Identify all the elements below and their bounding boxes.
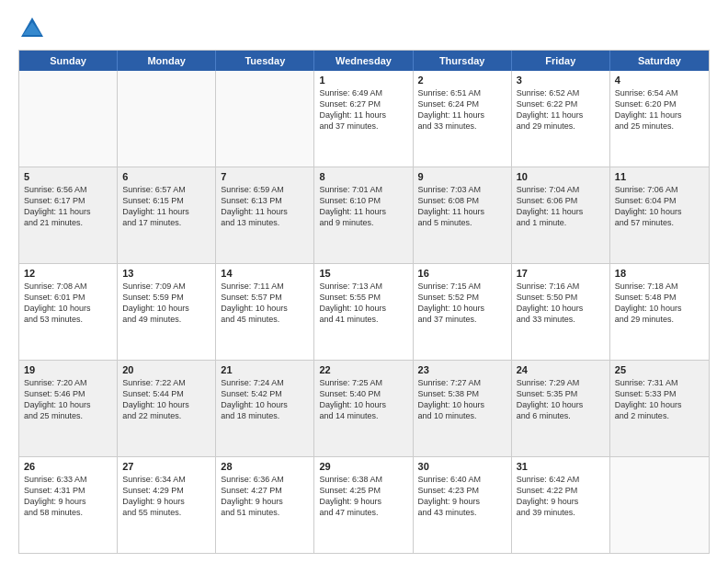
day-number: 7	[221, 171, 309, 182]
day-info: Sunrise: 6:38 AM Sunset: 4:25 PM Dayligh…	[319, 474, 407, 519]
table-row: 31Sunrise: 6:42 AM Sunset: 4:22 PM Dayli…	[512, 457, 610, 553]
day-info: Sunrise: 7:29 AM Sunset: 5:35 PM Dayligh…	[517, 377, 605, 422]
day-info: Sunrise: 7:27 AM Sunset: 5:38 PM Dayligh…	[418, 377, 506, 422]
day-info: Sunrise: 7:13 AM Sunset: 5:55 PM Dayligh…	[319, 281, 407, 326]
table-row: 17Sunrise: 7:16 AM Sunset: 5:50 PM Dayli…	[512, 264, 610, 360]
day-info: Sunrise: 6:51 AM Sunset: 6:24 PM Dayligh…	[418, 87, 506, 132]
table-row: 10Sunrise: 7:04 AM Sunset: 6:06 PM Dayli…	[512, 167, 610, 263]
day-number: 18	[615, 268, 704, 279]
day-number: 24	[517, 364, 605, 375]
table-row: 9Sunrise: 7:03 AM Sunset: 6:08 PM Daylig…	[414, 167, 512, 263]
week-row-5: 26Sunrise: 6:33 AM Sunset: 4:31 PM Dayli…	[19, 457, 709, 553]
day-number: 1	[319, 75, 407, 86]
logo	[18, 15, 50, 42]
table-row: 7Sunrise: 6:59 AM Sunset: 6:13 PM Daylig…	[216, 167, 314, 263]
day-info: Sunrise: 6:42 AM Sunset: 4:22 PM Dayligh…	[517, 474, 605, 519]
table-row: 21Sunrise: 7:24 AM Sunset: 5:42 PM Dayli…	[216, 361, 314, 456]
day-info: Sunrise: 6:52 AM Sunset: 6:22 PM Dayligh…	[517, 87, 605, 132]
day-number: 12	[24, 268, 112, 279]
table-row: 22Sunrise: 7:25 AM Sunset: 5:40 PM Dayli…	[314, 361, 413, 456]
day-number: 13	[122, 268, 210, 279]
day-info: Sunrise: 6:59 AM Sunset: 6:13 PM Dayligh…	[221, 184, 309, 229]
header-day-thursday: Thursday	[414, 51, 512, 71]
day-number: 11	[615, 171, 704, 182]
day-info: Sunrise: 6:36 AM Sunset: 4:27 PM Dayligh…	[221, 474, 309, 519]
table-row: 28Sunrise: 6:36 AM Sunset: 4:27 PM Dayli…	[216, 457, 314, 553]
day-number: 31	[517, 461, 605, 472]
day-info: Sunrise: 7:01 AM Sunset: 6:10 PM Dayligh…	[319, 184, 407, 229]
day-number: 8	[319, 171, 407, 182]
header-day-friday: Friday	[512, 51, 610, 71]
day-number: 28	[221, 461, 309, 472]
table-row: 26Sunrise: 6:33 AM Sunset: 4:31 PM Dayli…	[19, 457, 118, 553]
day-info: Sunrise: 6:57 AM Sunset: 6:15 PM Dayligh…	[122, 184, 210, 229]
header-day-saturday: Saturday	[610, 51, 709, 71]
day-number: 22	[319, 364, 407, 375]
day-number: 5	[24, 171, 112, 182]
table-row	[216, 71, 314, 167]
day-info: Sunrise: 7:11 AM Sunset: 5:57 PM Dayligh…	[221, 281, 309, 326]
table-row: 20Sunrise: 7:22 AM Sunset: 5:44 PM Dayli…	[118, 361, 216, 456]
day-info: Sunrise: 6:54 AM Sunset: 6:20 PM Dayligh…	[615, 87, 704, 132]
day-info: Sunrise: 7:15 AM Sunset: 5:52 PM Dayligh…	[418, 281, 506, 326]
day-info: Sunrise: 6:49 AM Sunset: 6:27 PM Dayligh…	[319, 87, 407, 132]
day-number: 20	[122, 364, 210, 375]
day-info: Sunrise: 7:18 AM Sunset: 5:48 PM Dayligh…	[615, 281, 704, 326]
table-row: 30Sunrise: 6:40 AM Sunset: 4:23 PM Dayli…	[414, 457, 512, 553]
table-row: 2Sunrise: 6:51 AM Sunset: 6:24 PM Daylig…	[414, 71, 512, 167]
svg-marker-1	[23, 22, 41, 35]
table-row: 16Sunrise: 7:15 AM Sunset: 5:52 PM Dayli…	[414, 264, 512, 360]
header-day-wednesday: Wednesday	[314, 51, 413, 71]
day-info: Sunrise: 7:08 AM Sunset: 6:01 PM Dayligh…	[24, 281, 112, 326]
day-number: 30	[418, 461, 506, 472]
table-row: 4Sunrise: 6:54 AM Sunset: 6:20 PM Daylig…	[610, 71, 709, 167]
table-row: 12Sunrise: 7:08 AM Sunset: 6:01 PM Dayli…	[19, 264, 118, 360]
logo-icon	[18, 15, 46, 42]
day-number: 15	[319, 268, 407, 279]
table-row: 18Sunrise: 7:18 AM Sunset: 5:48 PM Dayli…	[610, 264, 709, 360]
day-number: 21	[221, 364, 309, 375]
table-row	[118, 71, 216, 167]
table-row: 6Sunrise: 6:57 AM Sunset: 6:15 PM Daylig…	[118, 167, 216, 263]
table-row: 1Sunrise: 6:49 AM Sunset: 6:27 PM Daylig…	[314, 71, 413, 167]
header	[18, 15, 710, 42]
table-row: 27Sunrise: 6:34 AM Sunset: 4:29 PM Dayli…	[118, 457, 216, 553]
day-number: 14	[221, 268, 309, 279]
day-number: 2	[418, 75, 506, 86]
day-info: Sunrise: 6:34 AM Sunset: 4:29 PM Dayligh…	[122, 474, 210, 519]
day-number: 26	[24, 461, 112, 472]
day-info: Sunrise: 7:04 AM Sunset: 6:06 PM Dayligh…	[517, 184, 605, 229]
day-number: 25	[615, 364, 704, 375]
page: SundayMondayTuesdayWednesdayThursdayFrid…	[0, 0, 728, 563]
calendar: SundayMondayTuesdayWednesdayThursdayFrid…	[18, 50, 710, 554]
day-number: 16	[418, 268, 506, 279]
day-info: Sunrise: 7:20 AM Sunset: 5:46 PM Dayligh…	[24, 377, 112, 422]
day-info: Sunrise: 7:09 AM Sunset: 5:59 PM Dayligh…	[122, 281, 210, 326]
day-info: Sunrise: 7:22 AM Sunset: 5:44 PM Dayligh…	[122, 377, 210, 422]
table-row: 24Sunrise: 7:29 AM Sunset: 5:35 PM Dayli…	[512, 361, 610, 456]
header-day-sunday: Sunday	[19, 51, 118, 71]
table-row	[610, 457, 709, 553]
day-number: 29	[319, 461, 407, 472]
day-info: Sunrise: 7:06 AM Sunset: 6:04 PM Dayligh…	[615, 184, 704, 229]
table-row: 25Sunrise: 7:31 AM Sunset: 5:33 PM Dayli…	[610, 361, 709, 456]
week-row-2: 5Sunrise: 6:56 AM Sunset: 6:17 PM Daylig…	[19, 167, 709, 264]
week-row-1: 1Sunrise: 6:49 AM Sunset: 6:27 PM Daylig…	[19, 71, 709, 167]
day-number: 27	[122, 461, 210, 472]
day-info: Sunrise: 7:31 AM Sunset: 5:33 PM Dayligh…	[615, 377, 704, 422]
day-number: 9	[418, 171, 506, 182]
day-info: Sunrise: 6:56 AM Sunset: 6:17 PM Dayligh…	[24, 184, 112, 229]
table-row	[19, 71, 118, 167]
day-number: 19	[24, 364, 112, 375]
table-row: 19Sunrise: 7:20 AM Sunset: 5:46 PM Dayli…	[19, 361, 118, 456]
header-day-monday: Monday	[118, 51, 216, 71]
day-info: Sunrise: 7:16 AM Sunset: 5:50 PM Dayligh…	[517, 281, 605, 326]
day-info: Sunrise: 6:33 AM Sunset: 4:31 PM Dayligh…	[24, 474, 112, 519]
day-info: Sunrise: 7:24 AM Sunset: 5:42 PM Dayligh…	[221, 377, 309, 422]
table-row: 5Sunrise: 6:56 AM Sunset: 6:17 PM Daylig…	[19, 167, 118, 263]
table-row: 8Sunrise: 7:01 AM Sunset: 6:10 PM Daylig…	[314, 167, 413, 263]
table-row: 29Sunrise: 6:38 AM Sunset: 4:25 PM Dayli…	[314, 457, 413, 553]
day-number: 4	[615, 75, 704, 86]
day-info: Sunrise: 7:03 AM Sunset: 6:08 PM Dayligh…	[418, 184, 506, 229]
day-number: 23	[418, 364, 506, 375]
